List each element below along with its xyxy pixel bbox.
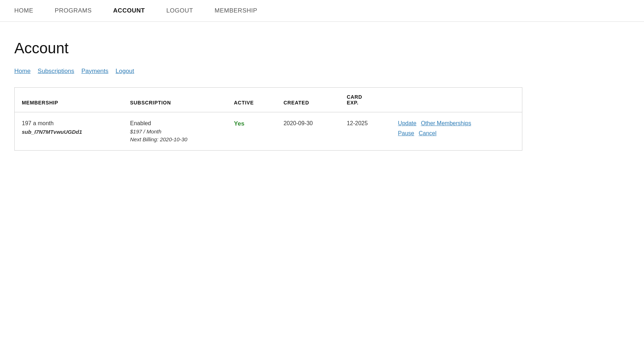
sub-nav-subscriptions[interactable]: Subscriptions	[38, 68, 74, 75]
table-header-row: MEMBERSHIP SUBSCRIPTION ACTIVE CREATED C…	[15, 88, 522, 112]
main-content: Account Home Subscriptions Payments Logo…	[0, 22, 537, 165]
action-cancel[interactable]: Cancel	[419, 130, 436, 136]
top-navigation: HOME PROGRAMS ACCOUNT LOGOUT MEMBERSHIP	[0, 0, 644, 22]
page-title: Account	[14, 40, 522, 57]
subscriptions-table: MEMBERSHIP SUBSCRIPTION ACTIVE CREATED C…	[14, 87, 522, 151]
subscription-status: Enabled	[130, 120, 151, 126]
nav-item-account[interactable]: ACCOUNT	[113, 7, 145, 14]
action-update[interactable]: Update	[398, 120, 416, 126]
col-header-card-line1: CARD	[347, 94, 384, 100]
nav-item-programs[interactable]: PROGRAMS	[55, 7, 92, 14]
cell-card-exp: 12-2025	[340, 112, 391, 151]
col-header-actions	[391, 88, 522, 112]
sub-nav-home[interactable]: Home	[14, 68, 30, 75]
col-header-created: CREATED	[276, 88, 340, 112]
sub-nav-logout[interactable]: Logout	[116, 68, 134, 75]
cell-actions: Update Other Memberships Pause Cancel	[391, 112, 522, 151]
col-header-subscription: SUBSCRIPTION	[123, 88, 227, 112]
sub-nav-payments[interactable]: Payments	[81, 68, 108, 75]
table-row: 197 a month sub_I7N7MTvwuUGDd1 Enabled $…	[15, 112, 522, 151]
cell-subscription: Enabled $197 / Month Next Billing: 2020-…	[123, 112, 227, 151]
nav-item-home[interactable]: HOME	[14, 7, 33, 14]
sub-navigation: Home Subscriptions Payments Logout	[14, 68, 522, 75]
cell-membership: 197 a month sub_I7N7MTvwuUGDd1	[15, 112, 123, 151]
col-header-active: ACTIVE	[227, 88, 277, 112]
subscription-next-billing: Next Billing: 2020-10-30	[130, 136, 220, 142]
col-header-membership: MEMBERSHIP	[15, 88, 123, 112]
nav-item-membership[interactable]: MEMBERSHIP	[215, 7, 257, 14]
action-other-memberships[interactable]: Other Memberships	[421, 120, 471, 126]
col-header-card-line2: EXP.	[347, 100, 384, 106]
action-links-row2: Pause Cancel	[398, 130, 515, 137]
subscription-amount: $197 / Month	[130, 128, 220, 135]
col-header-card-exp: CARD EXP.	[340, 88, 391, 112]
action-pause[interactable]: Pause	[398, 130, 414, 136]
cell-active: Yes	[227, 112, 277, 151]
membership-id: sub_I7N7MTvwuUGDd1	[22, 129, 116, 135]
active-status: Yes	[234, 120, 244, 127]
cell-created: 2020-09-30	[276, 112, 340, 151]
membership-name: 197 a month	[22, 120, 54, 126]
nav-item-logout[interactable]: LOGOUT	[166, 7, 193, 14]
action-links-row1: Update Other Memberships	[398, 120, 515, 127]
